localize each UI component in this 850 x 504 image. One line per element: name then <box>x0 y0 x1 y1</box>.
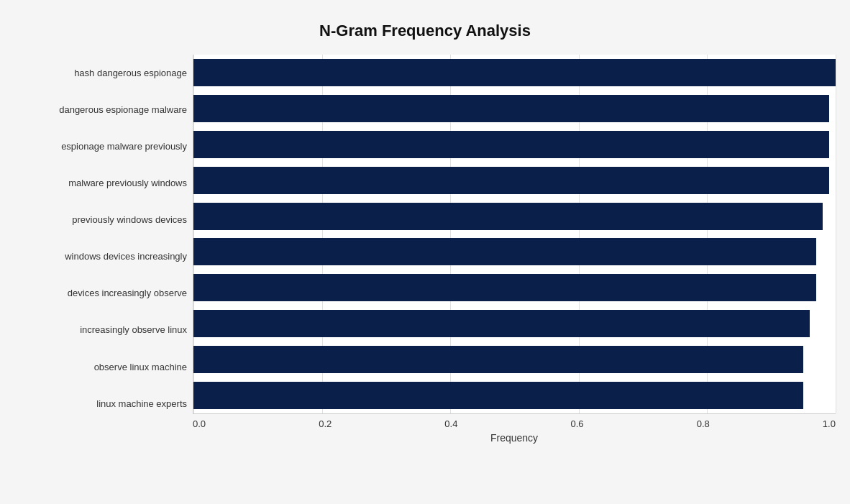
bar <box>193 59 836 86</box>
y-labels: hash dangerous espionagedangerous espion… <box>14 55 193 444</box>
bars-and-xaxis: 0.00.20.40.60.81.0 Frequency <box>193 55 836 444</box>
bar-row <box>193 201 836 232</box>
bar <box>193 167 829 194</box>
y-label: linux machine experts <box>96 398 187 410</box>
bars-section <box>193 55 836 414</box>
y-label: increasingly observe linux <box>80 324 187 336</box>
bar <box>193 95 829 122</box>
bar-row <box>193 236 836 267</box>
x-tick: 0.2 <box>319 418 332 429</box>
y-label: devices increasingly observe <box>68 288 187 299</box>
bar <box>193 310 810 337</box>
y-label: espionage malware previously <box>61 141 187 152</box>
bar <box>193 382 803 409</box>
bar <box>193 131 829 158</box>
bar-row <box>193 380 836 411</box>
x-tick: 0.8 <box>697 418 710 429</box>
bar-row <box>193 129 836 160</box>
bar-row <box>193 308 836 339</box>
bar <box>193 274 816 301</box>
y-label: previously windows devices <box>72 214 187 226</box>
bar-row <box>193 57 836 88</box>
y-label: dangerous espionage malware <box>59 104 187 116</box>
x-tick: 0.6 <box>571 418 584 429</box>
bar-row <box>193 344 836 375</box>
x-axis-label: Frequency <box>193 432 836 444</box>
x-tick: 1.0 <box>823 418 836 429</box>
grid-line <box>836 55 836 413</box>
bar-row <box>193 165 836 196</box>
y-label: windows devices increasingly <box>65 251 187 262</box>
bar <box>193 346 803 373</box>
x-tick: 0.4 <box>444 418 457 429</box>
bar-row <box>193 93 836 124</box>
y-label: observe linux machine <box>94 362 187 373</box>
y-label: malware previously windows <box>68 178 187 189</box>
bar-row <box>193 272 836 303</box>
chart-container: N-Gram Frequency Analysis hash dangerous… <box>0 0 850 504</box>
x-axis: 0.00.20.40.60.81.0 <box>193 414 836 429</box>
y-label: hash dangerous espionage <box>74 68 187 79</box>
x-tick: 0.0 <box>193 418 206 429</box>
chart-title: N-Gram Frequency Analysis <box>14 14 836 40</box>
bar <box>193 238 816 265</box>
chart-area: hash dangerous espionagedangerous espion… <box>14 55 836 444</box>
bar <box>193 203 823 230</box>
